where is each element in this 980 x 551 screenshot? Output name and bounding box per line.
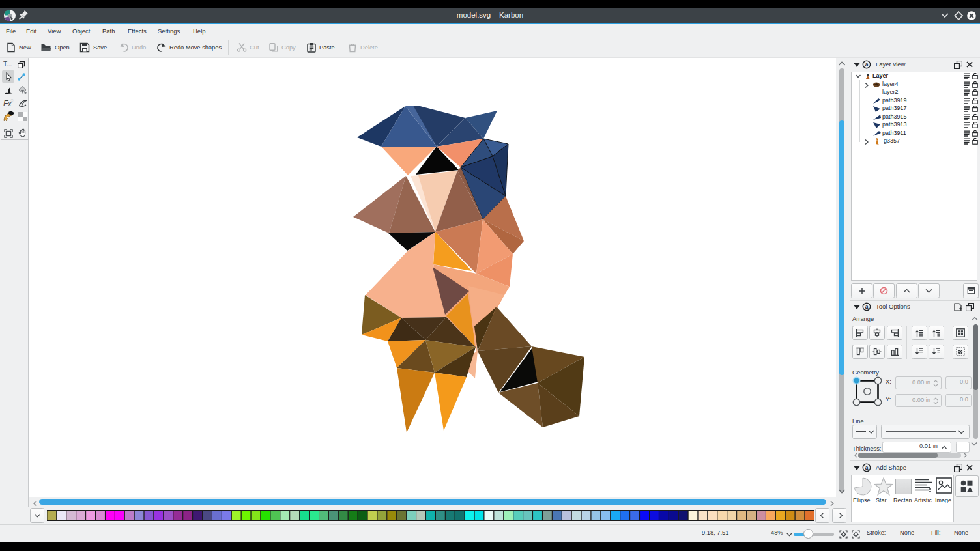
svg-text:a: a bbox=[865, 304, 869, 310]
svg-text:a: a bbox=[865, 61, 869, 68]
svg-text:a: a bbox=[865, 464, 869, 471]
